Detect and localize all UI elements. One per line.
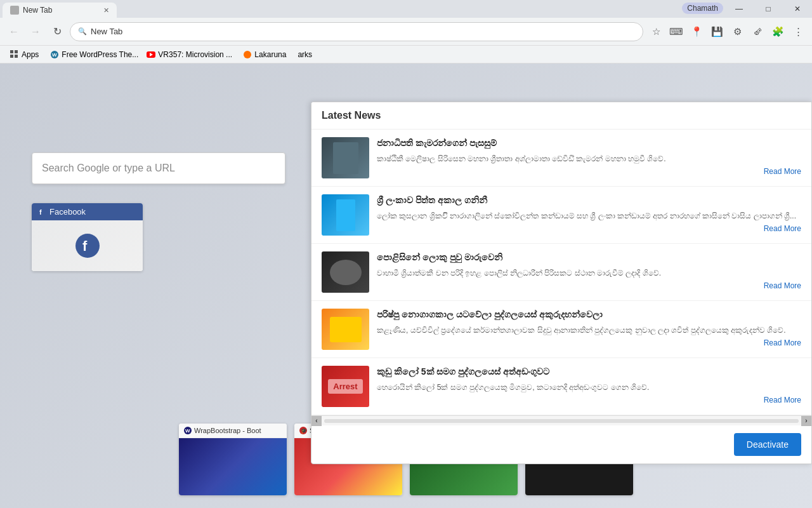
tab-favicon <box>10 6 19 15</box>
bookmark-wordpress[interactable]: W Free WordPress The... <box>45 49 140 60</box>
news-item-5: Arrest කුඩු කිලෝ 5ක් සමග පුද්ගලයෙස් අත්අ… <box>311 358 811 415</box>
news-panel-header: Latest News <box>311 102 811 130</box>
deactivate-button[interactable]: Deactivate <box>734 433 801 456</box>
news-items-list: ජනාධිපති කැමරන්ගෙන් පැසසුම් කාෂ්ඨිකී මෙල… <box>311 130 811 415</box>
news-body-4: පරිෂ්පු නොගාගකාල යටවේලා පුද්ගලයෙස් අකුරු… <box>377 309 801 347</box>
bookmark-apps-label: Apps <box>22 50 39 59</box>
svg-rect-0 <box>10 50 13 53</box>
chrome-menu-icon[interactable]: ⋮ <box>789 23 807 41</box>
wrapbootstrap-preview-image <box>179 438 287 495</box>
window-controls: — □ ✕ <box>724 0 812 18</box>
scroll-right-button[interactable]: › <box>801 416 811 426</box>
svg-point-8 <box>244 51 251 58</box>
search-placeholder: Search Google or type a URL <box>42 163 175 174</box>
news-excerpt-4: කළෑණිය, යච්චිවිල් ප්‍රදේශයේ කර්මාන්තශාලා… <box>377 324 801 336</box>
browser-tab[interactable]: New Tab ✕ <box>3 3 117 18</box>
bookmark-star-icon[interactable]: ☆ <box>647 23 665 41</box>
news-read-more-3[interactable]: Read More <box>377 281 801 290</box>
thumbnail-wrapbootstrap-label: WrapBootstrap - Boot <box>194 427 261 434</box>
back-button[interactable]: ← <box>5 23 23 41</box>
news-thumb-3 <box>322 251 369 293</box>
wrapbootstrap-favicon: W <box>184 427 192 434</box>
bookmark-vr357[interactable]: VR357: Microvision ... <box>141 49 237 60</box>
thumbnail-wrapbootstrap-preview <box>179 438 287 495</box>
news-read-more-5[interactable]: Read More <box>377 396 801 404</box>
chrome-window: New Tab ✕ Chamath — □ ✕ ← → ↻ 🔍 New Tab … <box>0 0 812 508</box>
facebook-icon: f <box>37 208 46 217</box>
news-body-2: ශ්‍රී ලංකාව පිත්ත අකාල ගනිනී ලෝක කුසලාන … <box>377 194 801 233</box>
bookmark-other[interactable]: arks <box>292 49 317 60</box>
address-bar-value: New Tab <box>91 27 122 36</box>
keyboard-icon[interactable]: ⌨ <box>667 23 685 41</box>
news-title-4: පරිෂ්පු නොගාගකාල යටවේලා පුද්ගලයෙස් අකුරු… <box>377 309 801 321</box>
news-title-1: ජනාධිපති කැමරන්ගෙන් පැසසුම් <box>377 137 801 150</box>
tab-title: New Tab <box>23 6 52 15</box>
minimize-button[interactable]: — <box>724 0 754 18</box>
facebook-preview: f <box>32 220 143 271</box>
title-bar: New Tab ✕ Chamath — □ ✕ <box>0 0 812 18</box>
address-bar-icon: 🔍 <box>78 27 87 36</box>
news-item-3: පොළිසිනේ ලොකු පුවු මාරුවෙනි වාහාමී ශ්‍රි… <box>311 244 811 301</box>
news-scrollbar: ‹ › <box>311 415 811 425</box>
news-read-more-2[interactable]: Read More <box>377 224 801 233</box>
reload-button[interactable]: ↻ <box>48 23 66 41</box>
svg-text:🎓: 🎓 <box>301 427 307 434</box>
news-read-more-4[interactable]: Read More <box>377 338 801 347</box>
search-box[interactable]: Search Google or type a URL <box>32 152 285 184</box>
svg-text:W: W <box>52 52 57 58</box>
svg-text:W: W <box>185 428 190 434</box>
lakaruna-icon <box>243 50 252 59</box>
news-body-3: පොළිසිනේ ලොකු පුවු මාරුවෙනි වාහාමී ශ්‍රි… <box>377 251 801 290</box>
address-bar[interactable]: 🔍 New Tab <box>70 22 643 41</box>
news-title-3: පොළිසිනේ ලොකු පුවු මාරුවෙනි <box>377 251 801 264</box>
news-thumb-5: Arrest <box>322 366 369 407</box>
news-excerpt-5: හෙරොයින් කිලෝ 5ක් සමග පුද්ගලයෙකු මිගමුව,… <box>377 382 801 393</box>
news-title-2: ශ්‍රී ලංකාව පිත්ත අකාල ගනිනී <box>377 194 801 207</box>
newtab-background: Search Google or type a URL f Facebook <box>0 64 812 508</box>
tab-close-button[interactable]: ✕ <box>103 6 109 15</box>
news-read-more-1[interactable]: Read More <box>377 167 801 176</box>
news-item-4: පරිෂ්පු නොගාගකාල යටවේලා පුද්ගලයෙස් අකුරු… <box>311 301 811 358</box>
news-excerpt-3: වාහාමී ශ්‍රියාත්මකී චන පරිදි ඉහළ පොලිස් … <box>377 267 801 279</box>
maximize-button[interactable]: □ <box>754 0 783 18</box>
news-panel: Latest News ජනාධිපති කැමරන්ගෙන් පැසසුම් … <box>311 102 812 464</box>
browser-toolbar: ← → ↻ 🔍 New Tab ☆ ⌨ 📍 💾 ⚙ 🗞 🧩 ⋮ <box>0 18 812 46</box>
srilanka-favicon: 🎓 <box>299 427 307 434</box>
thumbnail-wrapbootstrap[interactable]: W WrapBootstrap - Boot <box>179 424 287 495</box>
scroll-track <box>324 419 799 423</box>
bookmark-apps[interactable]: Apps <box>5 49 44 60</box>
youtube-icon <box>147 50 155 59</box>
svg-rect-3 <box>15 55 18 58</box>
user-profile-name[interactable]: Chamath <box>682 3 723 14</box>
bookmark-wordpress-label: Free WordPress The... <box>62 50 138 59</box>
svg-point-11 <box>75 234 100 258</box>
news-thumb-4 <box>322 309 369 350</box>
settings-icon[interactable]: ⚙ <box>728 23 746 41</box>
close-button[interactable]: ✕ <box>783 0 812 18</box>
apps-icon <box>10 50 19 59</box>
news-item-2: ශ්‍රී ලංකාව පිත්ත අකාල ගනිනී ලෝක කුසලාන … <box>311 187 811 244</box>
facebook-tile[interactable]: f Facebook f <box>32 203 143 271</box>
svg-text:f: f <box>82 238 88 254</box>
bookmark-vr357-label: VR357: Microvision ... <box>158 50 232 59</box>
facebook-logo-large: f <box>75 233 100 258</box>
bookmarks-bar: Apps W Free WordPress The... VR357: Micr… <box>0 46 812 64</box>
news-thumb-2 <box>322 194 369 236</box>
toolbar-icons: ☆ ⌨ 📍 💾 ⚙ 🗞 🧩 ⋮ <box>647 23 807 41</box>
news-thumb-1 <box>322 137 369 178</box>
scroll-left-button[interactable]: ‹ <box>311 416 322 426</box>
extension-icon[interactable]: 🧩 <box>769 23 787 41</box>
news-title-5: කුඩු කිලෝ 5ක් සමග පුද්ගලයෙස් අත්අඩංගුවට <box>377 366 801 378</box>
main-content: Search Google or type a URL f Facebook <box>0 64 812 508</box>
search-container: Search Google or type a URL <box>32 152 285 184</box>
save-icon[interactable]: 💾 <box>708 23 726 41</box>
bookmark-lakaruna[interactable]: Lakaruna <box>238 49 291 60</box>
maps-icon[interactable]: 📍 <box>688 23 705 41</box>
thumbnail-wrapbootstrap-header: W WrapBootstrap - Boot <box>179 424 287 438</box>
svg-text:f: f <box>39 208 42 216</box>
flipboard-icon[interactable]: 🗞 <box>749 23 766 41</box>
facebook-label: Facebook <box>49 207 86 217</box>
news-excerpt-2: ලෝක කුසලාන ශ්‍රිකචිි නාරාගාලිනේ ස්කෝචිලන… <box>377 210 801 222</box>
news-body-1: ජනාධිපති කැමරන්ගෙන් පැසසුම් කාෂ්ඨිකී මෙල… <box>377 137 801 176</box>
forward-button[interactable]: → <box>27 23 44 41</box>
